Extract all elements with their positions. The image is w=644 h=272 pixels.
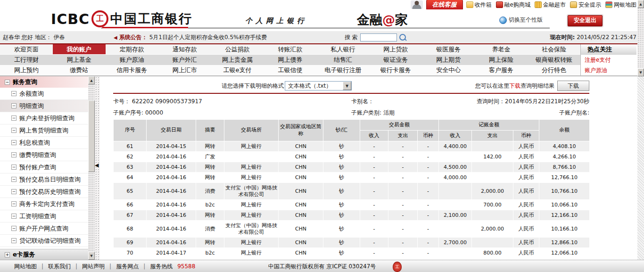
- table-row[interactable]: 702014-04-17b2c网上银行CHN钞---800.00人民币12,06…: [114, 248, 590, 258]
- hot-topic-link[interactable]: 注册e支付: [581, 55, 636, 65]
- nav-item[interactable]: 公益捐款: [211, 44, 264, 54]
- sidebar-item[interactable]: −商务卡定向支付查询: [0, 198, 88, 210]
- nav-item[interactable]: 电子银行注册: [316, 66, 369, 75]
- nav-item[interactable]: 工行理财: [0, 55, 53, 65]
- logout-button[interactable]: 安全退出: [568, 15, 603, 26]
- nav-item[interactable]: 工银信使: [264, 66, 317, 75]
- nav-item[interactable]: 分行特色: [528, 66, 580, 75]
- nav-item[interactable]: 我的账户: [53, 44, 106, 54]
- col-header-trade-currency: 币种: [418, 131, 439, 141]
- sidebar-item[interactable]: −明细查询: [0, 100, 88, 112]
- cart-icon: [496, 1, 503, 8]
- cell: -: [360, 173, 388, 183]
- nav-item[interactable]: 私人银行: [316, 44, 369, 54]
- download-button[interactable]: 下载: [557, 81, 589, 91]
- main-navigation: 欢迎页面我的账户定期存款通知存款公益捐款转账汇款私人银行网上贷款银医服务养老金社…: [0, 44, 644, 76]
- nav-item[interactable]: 通知存款: [158, 44, 211, 54]
- nav-item[interactable]: 客户服务: [475, 66, 528, 75]
- chevron-down-icon[interactable]: ▼: [343, 82, 351, 90]
- nav-item[interactable]: 欢迎页面: [0, 44, 53, 54]
- download-format-row: 请您选择下载明细的格式 文本格式（.txt） ▼ 您可以在这里下载查询明细结果 …: [113, 80, 589, 91]
- table-row[interactable]: 672014-04-16网转网上银行CHN钞---2,100.00人民币12,1…: [114, 210, 590, 221]
- scroll-down-icon[interactable]: ▼: [88, 252, 95, 260]
- hint-download-red[interactable]: 下载: [509, 82, 520, 89]
- sidebar-item[interactable]: −预付账户查询: [0, 161, 88, 173]
- top-frame-scrollbar[interactable]: ▲ ▼: [637, 0, 644, 76]
- search-input[interactable]: [360, 33, 397, 41]
- topbar-link-cart[interactable]: 融e购商城: [496, 1, 530, 9]
- nav-item[interactable]: 社会保险: [528, 44, 580, 54]
- nav-item[interactable]: 网上贷款: [369, 44, 422, 54]
- sidebar-scrollbar[interactable]: ▲ ▼: [88, 76, 95, 260]
- nav-item[interactable]: 缴费站: [53, 66, 106, 75]
- nav-item[interactable]: 养老金: [475, 44, 528, 54]
- nav-item[interactable]: 网上汇市: [158, 66, 211, 75]
- footer-link[interactable]: 网站地图: [14, 263, 37, 271]
- topbar-link-mail[interactable]: 收件箱: [466, 1, 492, 9]
- nav-item[interactable]: 账户原油: [106, 55, 158, 65]
- scrollbar-thumb[interactable]: [88, 100, 95, 172]
- sidebar-item[interactable]: −缴费明细查询: [0, 149, 88, 161]
- nav-item[interactable]: 信用卡服务: [106, 66, 158, 75]
- sidebar-item[interactable]: −预付交易历史明细查询: [0, 186, 88, 198]
- sidebar-item[interactable]: −贷记联动借记明细查询: [0, 235, 88, 247]
- switch-version-link[interactable]: 切换至个性版: [499, 16, 543, 24]
- nav-item[interactable]: 转账汇款: [264, 44, 317, 54]
- table-row[interactable]: 662014-04-16b2c网上银行CHN钞---700.00人民币10,06…: [114, 200, 590, 210]
- nav-item[interactable]: 网上基金: [53, 55, 106, 65]
- nav-item[interactable]: 网上债券: [264, 55, 317, 65]
- nav-item[interactable]: 银行卡服务: [369, 66, 422, 75]
- sidebar-item-label: 贷记联动借记明细查询: [19, 237, 81, 245]
- scroll-up-icon[interactable]: ▲: [637, 0, 644, 8]
- sidebar-item[interactable]: −网上售货明细查询: [0, 124, 88, 137]
- nav-item[interactable]: 网上预约: [0, 66, 53, 75]
- topbar-link-map[interactable]: 网银地图: [605, 1, 636, 9]
- topbar-link-lock[interactable]: 安全提示: [570, 1, 601, 9]
- scroll-up-icon[interactable]: ▲: [88, 76, 95, 84]
- footer-link[interactable]: 联系我们: [48, 263, 71, 271]
- sidebar-item[interactable]: −账户开户网点查询: [0, 223, 88, 235]
- nav-item[interactable]: 定期存款: [106, 44, 158, 54]
- table-row[interactable]: 622014-04-16广发CHN钞---142.00人民币4,266.10: [114, 152, 590, 162]
- nav-item[interactable]: 工银e支付: [211, 66, 264, 75]
- frame-splitter[interactable]: ◀: [95, 76, 100, 260]
- topbar-link-label: 融e购商城: [504, 1, 530, 9]
- nav-item[interactable]: 账户外汇: [158, 55, 211, 65]
- footer-link[interactable]: 服务网点: [116, 263, 139, 271]
- sidebar-item[interactable]: −预付交易当日明细查询: [0, 173, 88, 186]
- nav-item[interactable]: 网上期货: [422, 55, 475, 65]
- sidebar-list: −余额查询−明细查询−账户未登折明细查询−网上售货明细查询−利息税查询−缴费明细…: [0, 88, 88, 247]
- nav-item[interactable]: 结售汇: [316, 55, 369, 65]
- cell: 钞: [323, 221, 360, 238]
- table-row[interactable]: 632014-04-16网转网上银行CHN钞---4,500.00人民币8,76…: [114, 162, 590, 173]
- collapse-minus-icon[interactable]: −: [5, 80, 10, 85]
- nav-item[interactable]: 银证业务: [369, 55, 422, 65]
- content-scrollbar-track[interactable]: [637, 76, 644, 260]
- nav-item[interactable]: 网上保险: [475, 55, 528, 65]
- nav-item[interactable]: 安全中心: [422, 66, 475, 75]
- col-header-trade-expense: 支出: [388, 131, 418, 141]
- sidebar-item[interactable]: −利息税查询: [0, 137, 88, 149]
- sidebar-item[interactable]: −余额查询: [0, 88, 88, 100]
- table-row[interactable]: 642014-04-16网转网上银行CHN钞---4,000.00人民币12,7…: [114, 173, 590, 183]
- topbar-link-basket[interactable]: 金融超市: [535, 1, 566, 9]
- table-row[interactable]: 692014-04-16网转网上银行CHN钞---2,700.00人民币12,8…: [114, 238, 590, 248]
- sidebar-item[interactable]: −工资明细查询: [0, 210, 88, 223]
- table-row[interactable]: 652014-04-16消费支付宝（中国）网络技术有限公司CHN钞---2,00…: [114, 183, 590, 200]
- nav-item[interactable]: 银商银权转账: [528, 55, 580, 65]
- sidebar-group-ecard[interactable]: + e卡服务: [0, 249, 88, 260]
- expand-plus-icon[interactable]: +: [5, 252, 10, 257]
- search-icon[interactable]: [399, 34, 406, 41]
- nav-item[interactable]: 银医服务: [422, 44, 475, 54]
- sidebar-group-account-query[interactable]: − 账务查询: [0, 76, 88, 88]
- hot-topic-link[interactable]: 账户原油: [581, 65, 636, 75]
- table-row[interactable]: 612014-04-15网转网上银行CHN钞---4,400.00人民币4,40…: [114, 141, 590, 152]
- footer-link[interactable]: 网站声明: [82, 263, 105, 271]
- collapse-sidebar-icon[interactable]: ◀: [95, 162, 99, 168]
- online-service-button[interactable]: 在线客服: [426, 0, 463, 10]
- sidebar-item[interactable]: −账户未登折明细查询: [0, 112, 88, 124]
- format-select[interactable]: 文本格式（.txt） ▼: [285, 81, 352, 91]
- table-row[interactable]: 682014-04-16消费支付宝（中国）网络技术有限公司CHN钞---2,00…: [114, 221, 590, 238]
- nav-item[interactable]: 网上贵金属: [211, 55, 264, 65]
- scroll-down-icon[interactable]: ▼: [637, 68, 644, 76]
